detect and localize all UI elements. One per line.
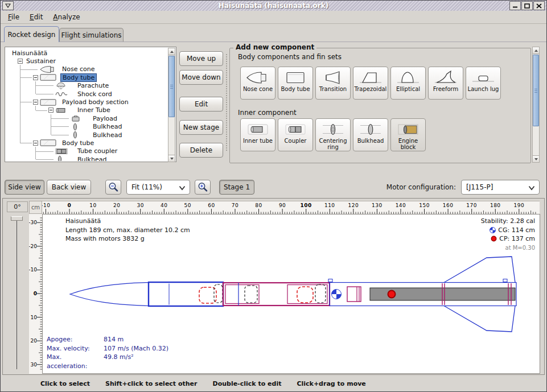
svg-text:140: 140 xyxy=(396,203,406,208)
add-coupler-button[interactable]: Coupler xyxy=(278,118,313,151)
side-view-button[interactable]: Side view xyxy=(5,180,44,195)
add-body-tube-button[interactable]: Body tube xyxy=(278,67,313,100)
rocket-view-panel: 0° cm -100102030405060708090100110120130… xyxy=(2,198,545,375)
minimize-icon xyxy=(512,3,518,8)
scroll-down-icon[interactable] xyxy=(533,155,539,162)
motor-configuration-select[interactable]: [J115-P] xyxy=(461,180,540,195)
component-tree[interactable]: Haisunäätä Sustainer Nose cone Body tube xyxy=(5,47,176,162)
expander-icon[interactable] xyxy=(33,75,38,80)
scroll-down-icon[interactable] xyxy=(168,155,175,162)
body-tube-icon xyxy=(40,73,58,81)
add-centering-ring-button[interactable]: Centering ring xyxy=(315,118,351,151)
add-transition-button[interactable]: Transition xyxy=(315,67,351,100)
section-label: Inner component xyxy=(238,109,297,117)
tree-item[interactable]: Parachute xyxy=(48,82,168,90)
parachute-icon xyxy=(55,82,73,90)
svg-text:170: 170 xyxy=(466,203,477,208)
expander-icon[interactable] xyxy=(33,141,38,146)
svg-text:100: 100 xyxy=(301,203,312,208)
add-inner-tube-button[interactable]: Inner tube xyxy=(240,118,275,151)
payload-icon xyxy=(71,114,89,122)
horizontal-ruler: -100102030405060708090100110120130140150… xyxy=(42,201,540,214)
tree-item[interactable]: Bulkhead xyxy=(48,155,168,161)
svg-text:130: 130 xyxy=(372,203,383,208)
maximize-button[interactable] xyxy=(521,1,533,10)
menu-bar: File Edit Analyze xyxy=(1,11,546,24)
tree-item[interactable]: Sustainer xyxy=(18,57,168,65)
body-tube-icon xyxy=(40,98,58,106)
scroll-up-icon[interactable] xyxy=(533,47,539,54)
svg-text:90: 90 xyxy=(279,203,286,208)
inner-tube-icon xyxy=(245,121,270,138)
nose-cone-icon xyxy=(40,65,58,73)
svg-text:180: 180 xyxy=(490,203,501,208)
zoom-out-button[interactable] xyxy=(105,180,121,195)
close-icon xyxy=(536,3,542,9)
stage-1-toggle[interactable]: Stage 1 xyxy=(219,180,254,195)
add-trapezoidal-fin-button[interactable]: Trapezoidal xyxy=(353,67,388,100)
tab-flight-simulations[interactable]: Flight simulations xyxy=(59,28,124,42)
status-hint: Double-click to edit xyxy=(213,380,282,387)
expander-icon[interactable] xyxy=(33,100,38,105)
tree-item[interactable]: Shock cord xyxy=(48,90,168,98)
svg-text:10: 10 xyxy=(89,203,96,208)
tree-item[interactable]: Tube coupler xyxy=(48,147,168,155)
expander-icon[interactable] xyxy=(18,59,23,64)
magnifier-icon xyxy=(108,181,119,193)
svg-text:150: 150 xyxy=(419,203,430,208)
menu-file[interactable]: File xyxy=(3,11,24,23)
bulkhead-icon xyxy=(71,131,89,139)
zoom-level-select[interactable]: Fit (11%) xyxy=(126,180,190,195)
tree-item[interactable]: Nose cone xyxy=(33,65,168,73)
edit-button[interactable]: Edit xyxy=(179,97,223,112)
add-elliptical-fin-button[interactable]: Elliptical xyxy=(390,67,426,100)
tree-item[interactable]: Body tube xyxy=(33,139,168,147)
tree-rows: Haisunäätä Sustainer Nose cone Body tube xyxy=(6,48,168,161)
move-up-button[interactable]: Move up xyxy=(179,51,223,66)
scrollbar-thumb[interactable] xyxy=(168,56,175,117)
back-view-button[interactable]: Back view xyxy=(47,180,91,195)
close-button[interactable] xyxy=(533,1,545,10)
menu-edit[interactable]: Edit xyxy=(24,11,48,23)
tree-item[interactable]: Inner Tube xyxy=(48,106,168,114)
stability-info: Stability: 2.28 cal CG: 114 cm CP: 137 c… xyxy=(481,217,535,252)
expander-icon[interactable] xyxy=(48,108,54,113)
tree-item[interactable]: Bulkhead xyxy=(64,123,168,131)
tree-item[interactable]: Haisunäätä xyxy=(10,49,168,57)
tree-item[interactable]: Payload xyxy=(64,114,168,122)
tab-strip-line xyxy=(1,42,546,42)
move-down-button[interactable]: Move down xyxy=(179,70,223,85)
application-window: Haisunäätä (haisunaata.ork) File Edit An… xyxy=(0,0,547,392)
cp-icon xyxy=(491,236,497,242)
body-tube-icon xyxy=(283,69,308,86)
add-nose-cone-button[interactable]: Nose cone xyxy=(240,67,275,100)
add-bulkhead-button[interactable]: Bulkhead xyxy=(353,118,388,151)
scroll-up-icon[interactable] xyxy=(168,48,175,55)
motor-configuration-label: Motor configuration: xyxy=(386,183,456,191)
scrollbar-thumb[interactable] xyxy=(533,55,539,126)
tab-rocket-design[interactable]: Rocket design xyxy=(4,26,59,42)
tree-item-selected[interactable]: Body tube xyxy=(33,73,168,81)
tree-item[interactable]: Bulkhead xyxy=(64,131,168,139)
vertical-ruler: -30-20-100102030 xyxy=(29,214,42,374)
title-bar[interactable]: Haisunäätä (haisunaata.ork) xyxy=(1,1,546,11)
new-stage-button[interactable]: New stage xyxy=(179,120,223,135)
add-engine-block-button[interactable]: Engine block xyxy=(390,118,426,151)
component-panel-scrollbar[interactable] xyxy=(532,47,540,163)
status-hint: Shift+click to select other xyxy=(105,380,198,387)
rocket-canvas[interactable]: Haisunäätä Length 189 cm, max. diameter … xyxy=(42,214,540,374)
tree-scrollbar[interactable] xyxy=(168,48,175,162)
zoom-in-button[interactable] xyxy=(195,180,211,195)
status-hint: Click+drag to move xyxy=(297,380,365,387)
menu-analyze[interactable]: Analyze xyxy=(48,11,85,23)
rotation-value: 0° xyxy=(7,201,28,212)
bulkhead-icon xyxy=(71,123,89,131)
minimize-button[interactable] xyxy=(509,1,521,10)
rotation-slider-track[interactable] xyxy=(17,218,17,369)
add-launch-lug-button[interactable]: Launch lug xyxy=(466,67,501,100)
add-freeform-fin-button[interactable]: Freeform xyxy=(428,67,463,100)
rotation-slider-thumb[interactable] xyxy=(11,216,23,221)
delete-button[interactable]: Delete xyxy=(179,143,223,158)
tree-item[interactable]: Payload body section xyxy=(33,98,168,106)
svg-text:50: 50 xyxy=(184,203,191,208)
